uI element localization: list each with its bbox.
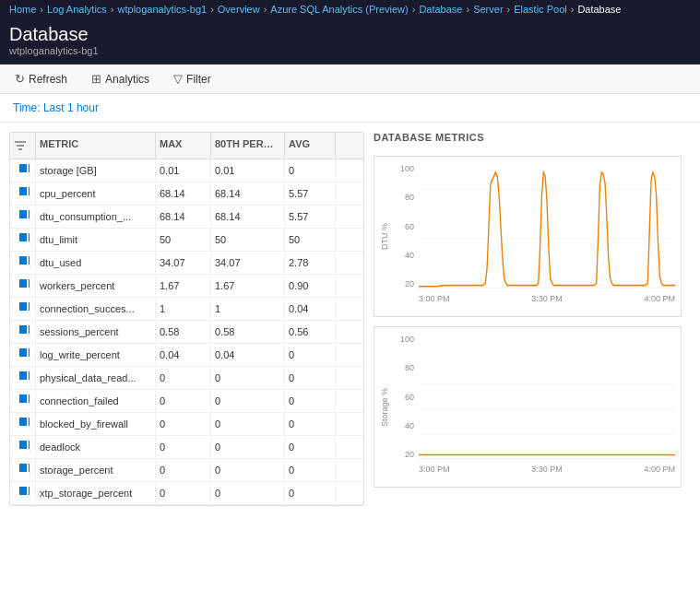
row-icon [10, 252, 36, 274]
refresh-icon: ↻ [15, 72, 25, 86]
table-row[interactable]: dtu_limit 50 50 50 [10, 229, 363, 252]
row-metric: blocked_by_firewall [36, 414, 156, 434]
row-pct80: 50 [211, 230, 285, 250]
row-max: 0 [156, 368, 211, 388]
row-pct80: 1.67 [211, 276, 285, 296]
table-row[interactable]: log_write_percent 0.04 0.04 0 [10, 344, 363, 367]
metrics-table: METRIC MAX 80TH PERCE... AVG storage [GB… [9, 132, 364, 506]
table-row[interactable]: deadlock 0 0 0 [10, 436, 363, 459]
table-row[interactable]: xtp_storage_percent 0 0 0 [10, 482, 363, 505]
row-max: 34.07 [156, 253, 211, 273]
dtu-chart: DTU % 100 80 60 40 20 [374, 156, 682, 317]
page-header: Database wtploganalytics-bg1 [0, 18, 700, 65]
page-subtitle: wtploganalytics-bg1 [9, 45, 691, 56]
charts-title: DATABASE METRICS [374, 132, 682, 143]
time-filter-label: Time: [13, 101, 41, 114]
breadcrumb-log-analytics[interactable]: Log Analytics [47, 4, 107, 15]
breadcrumb-workspace[interactable]: wtploganalytics-bg1 [118, 4, 208, 15]
row-icon [10, 390, 36, 412]
time-filter-value[interactable]: Last 1 hour [43, 101, 99, 114]
row-metric: dtu_used [36, 253, 156, 273]
table-row[interactable]: physical_data_read... 0 0 0 [10, 367, 363, 390]
breadcrumb-database[interactable]: Database [419, 4, 462, 15]
storage-x-axis: 3:00 PM 3:30 PM 4:00 PM [419, 461, 675, 477]
breadcrumb-home[interactable]: Home [9, 4, 36, 15]
row-pct80: 0.58 [211, 322, 285, 342]
storage-y-axis: 100 80 60 40 20 [391, 335, 417, 459]
analytics-button[interactable]: ⊞ Analytics [88, 70, 153, 88]
table-row[interactable]: dtu_used 34.07 34.07 2.78 [10, 252, 363, 275]
dtu-y-axis: 100 80 60 40 20 [391, 164, 417, 288]
row-pct80: 0 [211, 391, 285, 411]
row-metric: dtu_limit [36, 230, 156, 250]
table-row[interactable]: connection_succes... 1 1 0.04 [10, 298, 363, 321]
row-avg: 0.04 [285, 299, 336, 319]
main-content: METRIC MAX 80TH PERCE... AVG storage [GB… [0, 123, 700, 515]
table-row[interactable]: cpu_percent 68.14 68.14 5.57 [10, 182, 363, 206]
table-row[interactable]: blocked_by_firewall 0 0 0 [10, 413, 363, 436]
row-max: 68.14 [156, 206, 211, 227]
row-max: 0 [156, 460, 211, 480]
row-icon [10, 159, 36, 182]
row-metric: storage [GB] [36, 160, 156, 181]
row-avg: 0 [285, 414, 336, 434]
row-icon [10, 229, 36, 251]
row-max: 0 [156, 483, 211, 503]
breadcrumb-elastic-pool[interactable]: Elastic Pool [514, 4, 566, 15]
breadcrumb-sep: › [40, 4, 43, 15]
row-icon [10, 182, 36, 205]
row-avg: 0 [285, 460, 336, 480]
table-row[interactable]: dtu_consumption_... 68.14 68.14 5.57 [10, 206, 363, 229]
breadcrumb-server[interactable]: Server [473, 4, 503, 15]
row-icon [10, 298, 36, 320]
dtu-plot [419, 164, 675, 288]
row-metric: connection_succes... [36, 299, 156, 319]
row-avg: 0 [285, 437, 336, 457]
row-avg: 50 [285, 230, 336, 250]
table-row[interactable]: sessions_percent 0.58 0.58 0.56 [10, 321, 363, 344]
row-max: 1 [156, 299, 211, 319]
row-max: 68.14 [156, 183, 211, 204]
row-pct80: 34.07 [211, 253, 285, 273]
table-body: storage [GB] 0.01 0.01 0 cpu_percent 68.… [10, 159, 363, 505]
filter-button[interactable]: ▽ Filter [170, 70, 215, 88]
row-metric: storage_percent [36, 460, 156, 480]
row-icon [10, 344, 36, 366]
row-pct80: 0 [211, 368, 285, 388]
col-icon [10, 133, 36, 159]
row-avg: 0 [285, 368, 336, 388]
col-avg: AVG [285, 133, 336, 159]
table-row[interactable]: storage [GB] 0.01 0.01 0 [10, 159, 363, 182]
row-icon [10, 459, 36, 481]
row-pct80: 68.14 [211, 183, 285, 204]
time-filter-bar: Time: Last 1 hour [0, 94, 700, 123]
row-avg: 0.56 [285, 322, 336, 342]
table-row[interactable]: workers_percent 1.67 1.67 0.90 [10, 275, 363, 298]
analytics-icon: ⊞ [91, 72, 101, 86]
row-metric: deadlock [36, 437, 156, 457]
charts-section: DATABASE METRICS DTU % 100 80 60 40 20 [364, 132, 691, 506]
row-metric: physical_data_read... [36, 368, 156, 388]
row-pct80: 0 [211, 437, 285, 457]
row-pct80: 0.04 [211, 345, 285, 365]
col-80th: 80TH PERCE... [211, 133, 285, 159]
row-icon [10, 275, 36, 297]
row-avg: 0 [285, 160, 336, 181]
table-row[interactable]: storage_percent 0 0 0 [10, 459, 363, 482]
dtu-x-axis: 3:00 PM 3:30 PM 4:00 PM [419, 290, 675, 307]
breadcrumb-overview[interactable]: Overview [218, 4, 260, 15]
row-icon [10, 367, 36, 389]
refresh-button[interactable]: ↻ Refresh [11, 70, 71, 88]
row-icon [10, 321, 36, 343]
breadcrumb: Home › Log Analytics › wtploganalytics-b… [0, 0, 700, 18]
row-max: 0.58 [156, 322, 211, 342]
row-avg: 2.78 [285, 253, 336, 273]
col-metric: METRIC [36, 133, 156, 159]
filter-icon: ▽ [173, 72, 183, 86]
table-row[interactable]: connection_failed 0 0 0 [10, 390, 363, 413]
row-pct80: 0 [211, 414, 285, 434]
breadcrumb-azure-sql[interactable]: Azure SQL Analytics (Preview) [270, 4, 408, 15]
row-max: 50 [156, 230, 211, 250]
row-avg: 5.57 [285, 206, 336, 227]
row-pct80: 68.14 [211, 206, 285, 227]
